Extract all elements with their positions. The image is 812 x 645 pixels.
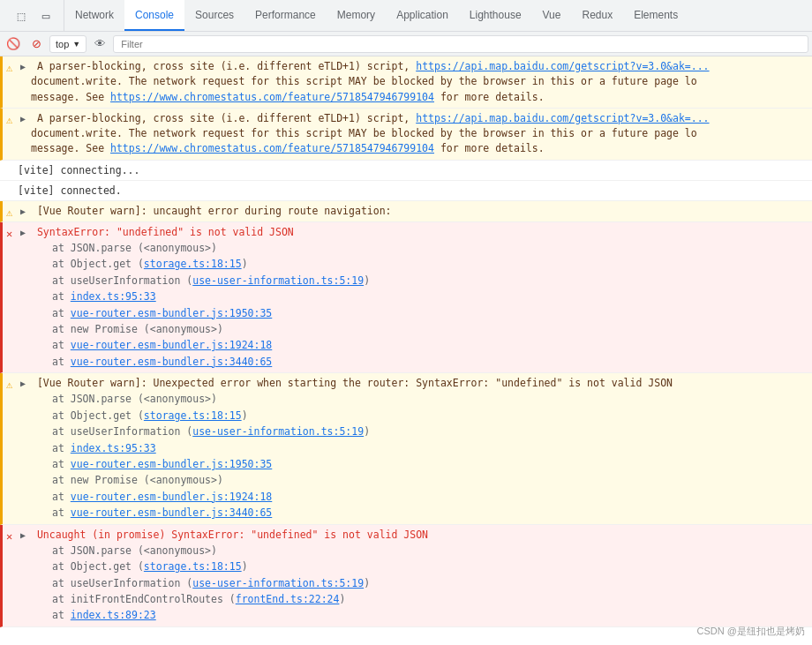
vue-router-warn-1-text: [Vue Router warn]: uncaught error during…	[37, 205, 392, 217]
warning-link-1[interactable]: https://api.map.baidu.com/getscript?v=3.…	[416, 60, 709, 72]
stack-line-2-8: at vue-router.esm-bundler.js:3440:65	[20, 505, 808, 521]
stack-line-1-5: at vue-router.esm-bundler.js:1950:35	[20, 305, 808, 321]
vue-3440-link-2[interactable]: vue-router.esm-bundler.js:3440:65	[71, 506, 272, 519]
tab-console[interactable]: Console	[124, 0, 184, 31]
vite-connected-msg: [vite] connected.	[0, 181, 812, 201]
warning-icon-3: ⚠	[6, 205, 12, 221]
stack-line-2-5: at vue-router.esm-bundler.js:1950:35	[20, 456, 808, 472]
clear-console-button[interactable]: 🚫	[4, 34, 23, 54]
tab-elements[interactable]: Elements	[623, 0, 688, 31]
tab-bar: ⬚ ▭ Network Console Sources Performance …	[0, 0, 812, 32]
tab-network[interactable]: Network	[64, 0, 124, 31]
stack-line-2-7: at vue-router.esm-bundler.js:1924:18	[20, 489, 808, 505]
vue-1950-link-2[interactable]: vue-router.esm-bundler.js:1950:35	[71, 458, 272, 470]
use-user-link-2[interactable]: use-user-information.ts:5:19	[192, 425, 364, 438]
inspect-icon[interactable]: ⬚	[11, 5, 32, 26]
tab-sources[interactable]: Sources	[184, 0, 244, 31]
frontend-link[interactable]: frontEnd.ts:22:24	[236, 593, 340, 605]
storage-link-1[interactable]: storage.ts:18:15	[144, 258, 242, 270]
vite-connected-text: [vite] connected.	[18, 184, 122, 197]
warning-entry-2: ⚠ ▶ A parser-blocking, cross site (i.e. …	[0, 109, 812, 161]
expand-arrow-5[interactable]: ▶	[20, 377, 31, 390]
syntax-error-block-1: ✕ ▶ SyntaxError: "undefined" is not vali…	[0, 222, 812, 373]
use-user-link-1[interactable]: use-user-information.ts:5:19	[192, 274, 364, 287]
stop-button[interactable]: ⊘	[26, 34, 46, 54]
warning-text-1c: message. See	[20, 91, 110, 103]
vue-1924-link-2[interactable]: vue-router.esm-bundler.js:1924:18	[71, 491, 272, 503]
context-selector[interactable]: top ▼	[49, 35, 86, 53]
error-icon-2: ✕	[6, 529, 12, 544]
warning-icon-4: ⚠	[6, 377, 12, 393]
expand-arrow-3[interactable]: ▶	[20, 205, 31, 218]
tab-icons: ⬚ ▭	[4, 0, 64, 31]
warning-link-2[interactable]: https://api.map.baidu.com/getscript?v=3.…	[416, 112, 709, 124]
index-95-link-1[interactable]: index.ts:95:33	[71, 290, 156, 303]
vue-1924-link-1[interactable]: vue-router.esm-bundler.js:1924:18	[71, 339, 272, 351]
uncaught-error-header: Uncaught (in promise) SyntaxError: "unde…	[37, 529, 428, 541]
vue-1950-link-1[interactable]: vue-router.esm-bundler.js:1950:35	[71, 307, 272, 319]
warning-text-2c: message. See	[20, 142, 110, 154]
tab-application[interactable]: Application	[386, 0, 459, 31]
warning-icon-1: ⚠	[6, 60, 12, 76]
uncaught-error-block: ✕ ▶ Uncaught (in promise) SyntaxError: "…	[0, 525, 812, 627]
expand-arrow-2[interactable]: ▶	[20, 112, 31, 125]
stack-line-1-4: at index.ts:95:33	[20, 289, 808, 304]
stack-line-3-2: at Object.get (storage.ts:18:15)	[20, 559, 808, 574]
warning-text-2: A parser-blocking, cross site (i.e. diff…	[37, 112, 416, 124]
tab-redux[interactable]: Redux	[571, 0, 623, 31]
warning-entry-1: ⚠ ▶ A parser-blocking, cross site (i.e. …	[0, 56, 812, 109]
index-89-link[interactable]: index.ts:89:23	[71, 609, 156, 621]
expand-arrow-1[interactable]: ▶	[20, 60, 31, 73]
warning-chromestatus-2[interactable]: https://www.chromestatus.com/feature/571…	[110, 142, 434, 154]
tab-lighthouse[interactable]: Lighthouse	[459, 0, 532, 31]
use-user-link-3[interactable]: use-user-information.ts:5:19	[192, 577, 364, 589]
stack-line-3-5: at index.ts:89:23	[20, 607, 808, 623]
warning-icon-2: ⚠	[6, 112, 12, 128]
syntax-error-1-header: SyntaxError: "undefined" is not valid JS…	[37, 226, 294, 238]
tab-memory[interactable]: Memory	[327, 0, 386, 31]
device-icon[interactable]: ▭	[35, 5, 56, 26]
warning-chromestatus-1[interactable]: https://www.chromestatus.com/feature/571…	[110, 91, 434, 103]
stack-line-1-6: at new Promise (<anonymous>)	[20, 321, 808, 337]
tab-vue[interactable]: Vue	[532, 0, 572, 31]
console-content: ⚠ ▶ A parser-blocking, cross site (i.e. …	[0, 56, 812, 645]
stack-line-2-4: at index.ts:95:33	[20, 440, 808, 456]
vue-router-warn-2-block: ⚠ ▶ [Vue Router warn]: Unexpected error …	[0, 373, 812, 524]
stack-line-2-6: at new Promise (<anonymous>)	[20, 472, 808, 488]
vue-3440-link-1[interactable]: vue-router.esm-bundler.js:3440:65	[71, 356, 272, 368]
stack-line-3-3: at useUserInformation (use-user-informat…	[20, 575, 808, 591]
stack-line-2-1: at JSON.parse (<anonymous>)	[20, 391, 808, 407]
stack-line-1-7: at vue-router.esm-bundler.js:1924:18	[20, 337, 808, 353]
warning-text-2b: document.write. The network request for …	[20, 127, 697, 139]
stack-line-1-3: at useUserInformation (use-user-informat…	[20, 273, 808, 289]
stack-line-3-1: at JSON.parse (<anonymous>)	[20, 543, 808, 559]
context-label: top	[56, 39, 69, 49]
filter-input[interactable]	[113, 35, 808, 53]
error-icon-1: ✕	[6, 226, 12, 242]
vue-router-warn-2-header: [Vue Router warn]: Unexpected error when…	[37, 377, 673, 389]
console-toolbar: 🚫 ⊘ top ▼ 👁	[0, 32, 812, 56]
stack-line-1-2: at Object.get (storage.ts:18:15)	[20, 256, 808, 272]
vite-connecting-text: [vite] connecting...	[18, 164, 139, 176]
warning-text-1b: document.write. The network request for …	[20, 75, 697, 87]
stack-line-2-2: at Object.get (storage.ts:18:15)	[20, 408, 808, 424]
storage-link-3[interactable]: storage.ts:18:15	[144, 560, 242, 573]
vue-router-warn-1: ⚠ ▶ [Vue Router warn]: uncaught error du…	[0, 201, 812, 222]
expand-arrow-4[interactable]: ▶	[20, 226, 31, 239]
context-dropdown-icon: ▼	[72, 40, 80, 49]
stack-line-3-4: at initFrontEndControlRoutes (frontEnd.t…	[20, 591, 808, 607]
vite-connecting-msg: [vite] connecting...	[0, 161, 812, 181]
tab-performance[interactable]: Performance	[244, 0, 327, 31]
warning-text-1: A parser-blocking, cross site (i.e. diff…	[37, 60, 416, 72]
eye-icon-button[interactable]: 👁	[90, 34, 109, 54]
stack-line-1-8: at vue-router.esm-bundler.js:3440:65	[20, 354, 808, 370]
storage-link-2[interactable]: storage.ts:18:15	[144, 409, 242, 422]
stack-line-1-1: at JSON.parse (<anonymous>)	[20, 240, 808, 256]
stack-line-2-3: at useUserInformation (use-user-informat…	[20, 424, 808, 439]
index-95-link-2[interactable]: index.ts:95:33	[71, 442, 156, 454]
expand-arrow-6[interactable]: ▶	[20, 529, 31, 542]
